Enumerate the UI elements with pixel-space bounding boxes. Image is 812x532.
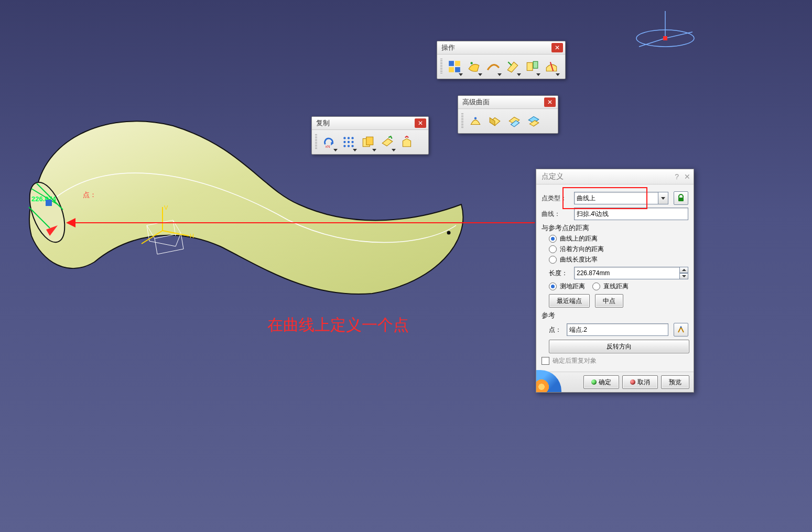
chevron-down-icon[interactable] <box>658 192 668 204</box>
svg-point-6 <box>447 231 451 235</box>
duplicate-geometry-icon[interactable] <box>359 133 377 151</box>
toolbar-copy-title: 复制 <box>316 118 330 128</box>
toolbar-advanced-surface[interactable]: 高级曲面 ✕ <box>458 95 558 134</box>
svg-rect-20 <box>533 61 538 68</box>
radio-curve-length-ratio[interactable]: 曲线长度比率 <box>549 255 688 264</box>
radio-icon <box>549 283 557 290</box>
repeat-checkbox[interactable]: 确定后重复对象 <box>542 356 688 365</box>
ok-led-icon <box>591 379 597 385</box>
radio-icon <box>549 245 557 253</box>
length-spinner[interactable] <box>680 267 688 279</box>
radio-euclidean[interactable]: 直线距离 <box>592 282 629 291</box>
toolbar-operations[interactable]: 操作 ✕ <box>437 41 566 79</box>
radio-geodesic[interactable]: 测地距离 <box>549 282 585 291</box>
close-icon[interactable]: ✕ <box>551 43 563 52</box>
svg-rect-4 <box>663 36 667 40</box>
reverse-direction-button[interactable]: 反转方向 <box>549 340 689 353</box>
disassemble-icon[interactable] <box>523 57 542 76</box>
svg-rect-16 <box>449 67 454 72</box>
styling-surface-icon[interactable] <box>485 112 504 131</box>
svg-point-17 <box>471 62 473 64</box>
svg-point-26 <box>343 141 345 143</box>
point-callout-label: 点： <box>83 190 96 200</box>
sheet-copy-icon[interactable] <box>378 133 397 151</box>
close-icon[interactable]: ✕ <box>544 97 556 107</box>
svg-line-18 <box>508 62 512 66</box>
svg-text:V: V <box>164 204 168 211</box>
annotation-leader <box>73 222 535 223</box>
blend-surface-icon[interactable] <box>505 112 524 131</box>
match-surface-icon[interactable] <box>524 112 543 131</box>
svg-point-23 <box>343 137 345 139</box>
svg-line-3 <box>665 32 692 38</box>
svg-point-30 <box>348 145 350 147</box>
radio-distance-on-curve[interactable]: 曲线上的距离 <box>549 234 688 243</box>
length-label: 长度： <box>549 269 571 278</box>
part-copy-icon[interactable] <box>397 133 416 151</box>
construction-element-icon[interactable] <box>674 323 688 336</box>
dialog-title: 点定义 <box>542 172 564 181</box>
svg-point-25 <box>351 137 353 139</box>
curve-smooth-icon[interactable] <box>484 57 503 76</box>
toolbar-grip[interactable] <box>461 113 463 129</box>
close-icon[interactable]: ✕ <box>415 118 426 128</box>
length-input[interactable]: 226.874mm <box>574 267 680 279</box>
svg-rect-14 <box>455 67 460 72</box>
toolbar-grip[interactable] <box>315 134 317 150</box>
midpoint-button[interactable]: 中点 <box>595 294 623 308</box>
close-icon[interactable]: ✕ <box>684 172 690 181</box>
svg-point-27 <box>348 141 350 143</box>
pattern-grid-icon[interactable] <box>339 133 358 151</box>
untrim-icon[interactable] <box>503 57 522 76</box>
annotation-arrowhead <box>66 218 77 227</box>
viewport-3d[interactable]: V H 点： 226.874 在曲线上定义一个点 操作 ✕ 高 <box>0 0 812 532</box>
svg-point-24 <box>348 137 350 139</box>
svg-text:H: H <box>190 233 194 239</box>
svg-point-35 <box>680 327 682 328</box>
end-marker <box>21 178 84 252</box>
preview-button[interactable]: 预览 <box>661 375 689 389</box>
svg-rect-15 <box>455 61 460 66</box>
curve-label: 曲线： <box>542 210 571 219</box>
toolbar-operations-title: 操作 <box>441 43 455 52</box>
annotation-text: 在曲线上定义一个点 <box>267 314 409 336</box>
distance-group-label: 与参考点的距离 <box>542 223 688 233</box>
toolbar-copy[interactable]: 复制 ✕ xN <box>311 116 429 155</box>
object-repetition-icon[interactable]: xN <box>320 133 339 151</box>
help-icon[interactable]: ? <box>675 172 679 181</box>
split-icon[interactable] <box>542 57 561 76</box>
svg-point-21 <box>474 117 477 119</box>
bump-icon[interactable] <box>466 112 485 131</box>
view-compass[interactable] <box>634 8 707 55</box>
svg-rect-13 <box>449 61 454 66</box>
reference-point-field[interactable]: 端点.2 <box>567 323 668 336</box>
svg-text:xN: xN <box>325 144 330 149</box>
toolbar-grip[interactable] <box>440 59 442 74</box>
point-definition-dialog[interactable]: 点定义 ? ✕ 点类型： 曲线上 曲线： 扫掠.4\边线 <box>536 169 694 393</box>
curve-field[interactable]: 扫掠.4\边线 <box>574 208 688 220</box>
cancel-button[interactable]: 取消 <box>622 375 658 389</box>
reference-point-label: 点： <box>549 325 564 334</box>
radio-icon <box>549 235 557 243</box>
heal-icon[interactable] <box>464 57 483 76</box>
annotation-highlight-box <box>562 187 647 209</box>
local-axis-gizmo[interactable]: V H <box>131 204 210 262</box>
reference-group-label: 参考 <box>542 311 688 320</box>
svg-rect-33 <box>366 137 373 145</box>
svg-rect-12 <box>46 200 51 205</box>
nearest-endpoint-button[interactable]: 最近端点 <box>549 294 590 308</box>
cancel-led-icon <box>630 379 635 385</box>
join-icon[interactable] <box>445 57 464 76</box>
radio-icon <box>592 283 600 290</box>
toolbar-advanced-surface-title: 高级曲面 <box>462 97 490 107</box>
lock-type-icon[interactable] <box>674 191 688 205</box>
checkbox-icon <box>542 357 549 365</box>
svg-point-31 <box>351 145 353 147</box>
svg-rect-34 <box>678 198 684 201</box>
svg-rect-19 <box>527 62 533 70</box>
radio-distance-along-direction[interactable]: 沿着方向的距离 <box>549 245 688 254</box>
radio-icon <box>549 256 557 264</box>
svg-point-28 <box>351 141 353 143</box>
ok-button[interactable]: 确定 <box>583 375 619 389</box>
svg-point-29 <box>343 145 345 147</box>
